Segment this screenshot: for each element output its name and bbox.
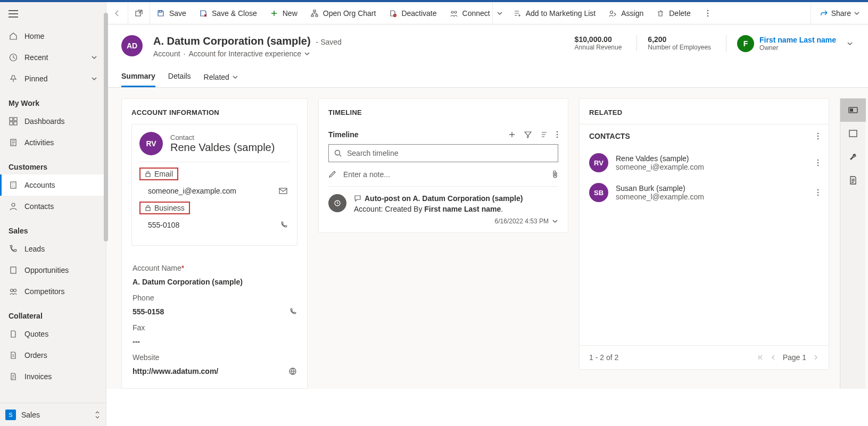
pager-first[interactable]	[757, 354, 764, 361]
stat-revenue-value: $10,000.00	[575, 35, 622, 44]
sidebar-item-opportunities[interactable]: Opportunities	[0, 260, 106, 281]
overflow-button[interactable]	[697, 2, 718, 24]
rail-document-button[interactable]	[840, 169, 866, 192]
phone-label: Phone	[133, 294, 296, 302]
sidebar-item-dashboards[interactable]: Dashboards	[0, 111, 106, 132]
timeline-item[interactable]: Auto-post on A. Datum Corporation (sampl…	[319, 187, 568, 232]
opportunity-icon	[9, 265, 18, 275]
contact-name[interactable]: Rene Valdes (sample)	[170, 141, 275, 154]
hamburger-button[interactable]	[0, 2, 106, 26]
save-button[interactable]: Save	[150, 2, 193, 24]
new-button[interactable]: New	[263, 2, 304, 24]
sidebar-item-pinned[interactable]: Pinned	[0, 68, 106, 89]
fax-label: Fax	[133, 323, 296, 332]
area-badge: S	[5, 410, 16, 420]
svg-point-27	[557, 131, 558, 132]
svg-rect-24	[279, 188, 287, 194]
share-button[interactable]: Share	[811, 2, 868, 24]
related-title: RELATED	[580, 99, 829, 124]
svg-point-33	[817, 136, 819, 137]
stat-revenue-label: Annual Revenue	[575, 44, 622, 51]
sidebar-item-quotes[interactable]: Quotes	[0, 323, 106, 345]
sidebar-item-competitors[interactable]: Competitors	[0, 281, 106, 302]
contact-row[interactable]: SB Susan Burk (sample) someone_l@example…	[580, 178, 829, 207]
rail-wrench-button[interactable]	[840, 145, 866, 169]
attachment-icon[interactable]	[552, 170, 558, 179]
email-value[interactable]: someone_i@example.com	[148, 187, 236, 195]
svg-rect-14	[311, 15, 313, 16]
svg-point-36	[817, 162, 819, 163]
sidebar-item-label: Competitors	[24, 287, 64, 296]
back-button[interactable]	[106, 2, 128, 24]
sidebar-item-contacts[interactable]: Contacts	[0, 196, 106, 217]
sidebar-item-label: Home	[24, 32, 44, 40]
owner-name[interactable]: First name Last name	[759, 36, 836, 44]
rail-assistant-button[interactable]	[840, 98, 866, 122]
timeline-search[interactable]: Search timeline	[328, 144, 558, 162]
sidebar-item-activities[interactable]: Activities	[0, 132, 106, 153]
phone-icon[interactable]	[280, 221, 287, 229]
contacts-more-button[interactable]	[817, 132, 819, 140]
delete-button[interactable]: Delete	[650, 2, 697, 24]
open-org-button[interactable]: Open Org Chart	[304, 2, 383, 24]
chevron-down-icon[interactable]	[304, 51, 310, 56]
fax-value[interactable]: ---	[133, 337, 296, 346]
sidebar-scrollbar[interactable]	[104, 2, 108, 426]
svg-point-38	[817, 189, 819, 190]
svg-rect-2	[14, 118, 17, 121]
timeline-add-button[interactable]	[508, 131, 516, 138]
business-value[interactable]: 555-0108	[148, 221, 179, 229]
trash-icon	[656, 9, 665, 18]
timeline-filter-button[interactable]	[524, 131, 532, 138]
primary-contact-card: RV Contact Rene Valdes (sample) Email	[131, 124, 297, 246]
sidebar-item-leads[interactable]: Leads	[0, 238, 106, 260]
website-label: Website	[133, 353, 296, 362]
pager-prev[interactable]	[770, 354, 776, 361]
svg-rect-3	[10, 122, 13, 125]
entity-label: Account	[153, 49, 180, 58]
rail-panel-button[interactable]	[840, 122, 866, 145]
pager-next[interactable]	[813, 354, 819, 361]
tab-summary[interactable]: Summary	[121, 68, 155, 87]
mail-icon[interactable]	[279, 187, 287, 195]
popout-button[interactable]	[128, 2, 150, 24]
plus-icon	[270, 9, 278, 18]
tab-related[interactable]: Related	[204, 68, 238, 87]
sidebar-item-invoices[interactable]: Invoices	[0, 366, 106, 387]
area-label: Sales	[21, 411, 40, 419]
svg-point-30	[335, 151, 340, 155]
contact-row-more[interactable]	[817, 159, 819, 166]
timeline-more-button[interactable]	[556, 131, 558, 138]
connect-button[interactable]: Connect	[443, 2, 492, 24]
contact-avatar: SB	[589, 183, 608, 202]
timeline-note-input[interactable]: Enter a note...	[328, 162, 558, 187]
website-value[interactable]: http://www.adatum.com/	[133, 367, 296, 375]
tab-details[interactable]: Details	[168, 68, 191, 87]
account-name-label: Account Name*	[133, 264, 296, 272]
sidebar-item-accounts[interactable]: Accounts	[0, 174, 106, 196]
chevron-down-icon[interactable]	[552, 218, 558, 224]
timeline-sort-button[interactable]	[540, 131, 548, 138]
sidebar-item-home[interactable]: Home	[0, 26, 106, 47]
chevron-down-icon[interactable]	[847, 40, 853, 47]
account-name-value[interactable]: A. Datum Corporation (sample)	[133, 278, 296, 286]
timeline-item-timestamp: 6/16/2022 4:53 PM	[495, 218, 549, 225]
clipboard-icon	[9, 138, 18, 147]
contact-row[interactable]: RV Rene Valdes (sample) someone_i@exampl…	[580, 148, 829, 178]
sidebar-item-label: Pinned	[24, 74, 48, 83]
phone-value[interactable]: 555-0158	[133, 307, 296, 316]
sidebar-item-orders[interactable]: Orders	[0, 345, 106, 366]
globe-icon[interactable]	[289, 367, 296, 375]
add-marketing-button[interactable]: Add to Marketing List	[507, 2, 602, 24]
svg-point-7	[12, 203, 15, 206]
deactivate-button[interactable]: Deactivate	[382, 2, 443, 24]
contact-row-more[interactable]	[817, 189, 819, 196]
svg-point-22	[707, 15, 708, 16]
sidebar-item-recent[interactable]: Recent	[0, 47, 106, 68]
connect-dropdown[interactable]	[492, 2, 507, 24]
area-switcher[interactable]: S Sales	[0, 403, 106, 426]
hamburger-icon	[9, 9, 18, 19]
save-close-button[interactable]: Save & Close	[193, 2, 263, 24]
phone-icon[interactable]	[289, 308, 296, 315]
assign-button[interactable]: Assign	[602, 2, 650, 24]
